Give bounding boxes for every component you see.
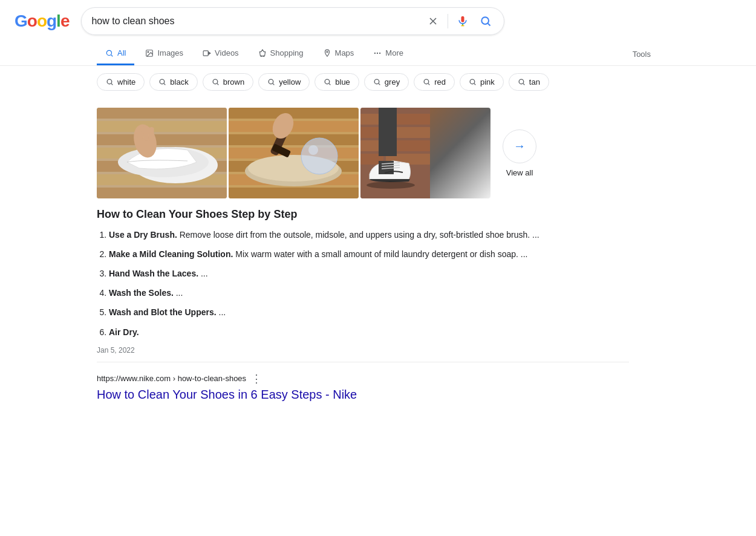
videos-icon [203,49,211,57]
chip-search-icon-red [423,78,431,86]
steps-list: Use a Dry Brush. Remove loose dirt from … [97,228,629,339]
shopping-icon [258,49,267,57]
svg-line-20 [111,83,112,85]
tools-button[interactable]: Tools [624,44,659,65]
main-content: → View all How to Clean Your Shoes Step … [0,108,726,402]
svg-rect-38 [97,108,227,119]
svg-line-6 [488,24,490,26]
svg-point-13 [261,56,261,56]
step-2: Make a Mild Cleaning Solution. Mix warm … [109,247,629,261]
more-dots-icon [373,49,382,57]
chip-search-icon-brown [212,78,220,86]
mic-button[interactable] [454,13,471,30]
chip-blue[interactable]: blue [314,73,359,91]
tab-videos[interactable]: Videos [194,42,247,65]
tab-maps[interactable]: Maps [314,42,363,65]
shoe-image-3[interactable] [360,108,490,198]
step-5: Wash and Blot the Uppers. ... [109,306,629,319]
svg-point-19 [107,79,112,84]
svg-line-22 [164,83,165,85]
shoe-img-2-svg [229,108,359,198]
svg-point-10 [148,51,149,53]
svg-line-36 [523,83,524,85]
result-source: https://www.nike.com › how-to-clean-shoe… [97,372,629,385]
chip-black[interactable]: black [149,73,197,91]
svg-rect-40 [97,134,227,145]
chip-yellow[interactable]: yellow [258,73,310,91]
header: Google [0,0,756,40]
image-strip: → View all [97,108,629,198]
svg-rect-54 [229,134,359,145]
chip-brown[interactable]: brown [203,73,253,91]
chip-search-icon-grey [373,78,381,86]
filter-chips: white black brown yellow blue grey red p… [0,66,756,98]
chip-search-icon-black [158,78,166,86]
article-heading: How to Clean Your Shoes Step by Step [97,208,629,221]
svg-rect-75 [379,108,397,156]
tab-images[interactable]: Images [137,42,192,65]
svg-point-65 [308,145,318,155]
close-icon [427,15,439,27]
svg-point-64 [301,138,337,174]
shoe-img-3-svg [360,108,430,198]
clear-button[interactable] [425,13,442,30]
tab-more[interactable]: More [365,42,412,65]
svg-rect-52 [229,108,359,119]
svg-line-28 [329,83,330,85]
all-icon [105,49,114,57]
tab-shopping[interactable]: Shopping [250,42,312,65]
svg-point-29 [374,79,379,84]
svg-line-34 [474,83,475,85]
svg-point-27 [325,79,330,84]
chip-search-icon-white [106,78,114,86]
svg-point-7 [106,50,111,55]
image-strip-photos [97,108,490,198]
svg-line-8 [111,54,113,56]
divider [97,362,629,362]
svg-rect-58 [229,188,359,198]
nav-tabs: All Images Videos Shopping Maps More Too… [0,40,756,66]
svg-line-26 [273,83,274,85]
chip-search-icon-pink [469,78,477,86]
svg-rect-72 [397,140,430,151]
svg-point-18 [379,52,380,53]
images-icon [145,49,154,57]
search-bar [81,7,504,35]
step-3: Hand Wash the Laces. ... [109,267,629,280]
svg-rect-68 [397,114,430,125]
svg-point-33 [470,79,475,84]
view-all-button[interactable]: → View all [503,129,536,177]
svg-point-35 [519,79,524,84]
chip-search-icon-blue [324,78,331,86]
search-input[interactable] [91,16,419,27]
result-title-link[interactable]: How to Clean Your Shoes in 6 Easy Steps … [97,388,629,402]
shoe-image-2[interactable] [229,108,359,198]
result-date: Jan 5, 2022 [97,346,629,355]
chip-red[interactable]: red [414,73,455,91]
svg-line-32 [428,83,429,85]
step-4: Wash the Soles. ... [109,286,629,299]
view-all-circle: → [503,129,536,163]
step-1: Use a Dry Brush. Remove loose dirt from … [109,228,629,241]
shoe-img-1-svg [97,108,227,198]
svg-rect-53 [229,121,359,132]
svg-point-25 [269,79,273,84]
tab-all[interactable]: All [97,42,134,65]
svg-rect-44 [97,188,227,198]
source-menu-icon[interactable]: ⋮ [251,372,262,385]
svg-point-17 [377,52,378,53]
search-button[interactable] [477,13,494,30]
svg-point-21 [160,79,165,84]
svg-point-15 [326,51,327,52]
result-url: https://www.nike.com › how-to-clean-shoe… [97,374,246,383]
svg-point-5 [482,17,489,24]
google-logo: Google [15,11,69,31]
chip-grey[interactable]: grey [364,73,409,91]
svg-point-80 [367,181,415,189]
shoe-image-1[interactable] [97,108,227,198]
chip-tan[interactable]: tan [509,73,549,91]
chip-pink[interactable]: pink [460,73,504,91]
svg-line-24 [217,83,218,85]
chip-white[interactable]: white [97,73,145,91]
arrow-right-icon: → [513,139,526,153]
